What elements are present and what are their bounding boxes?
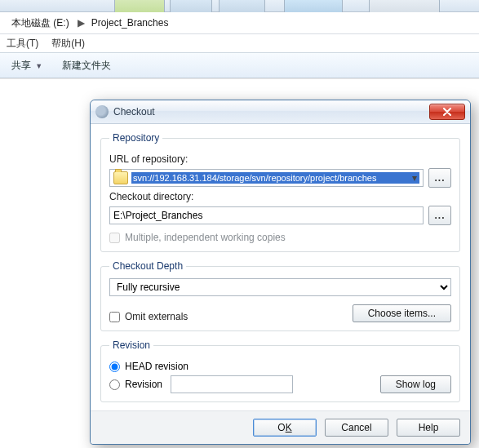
toolbar-new-folder[interactable]: 新建文件夹: [62, 59, 111, 73]
repository-group: Repository URL of repository: svn://192.…: [100, 132, 460, 252]
multiple-copies-checkbox[interactable]: Multiple, independent working copies: [109, 232, 451, 243]
dialog-title: Checkout: [113, 106, 429, 118]
multiple-copies-label: Multiple, independent working copies: [125, 232, 286, 243]
bg-tab: [369, 0, 440, 12]
multiple-copies-input[interactable]: [109, 233, 120, 243]
specific-revision-radio[interactable]: Revision: [109, 379, 162, 390]
omit-externals-checkbox[interactable]: Omit externals: [109, 311, 188, 322]
bg-tab: [114, 0, 165, 12]
explorer-window: 本地磁盘 (E:) ▶ Project_Branches 工具(T) 帮助(H)…: [0, 0, 479, 422]
revision-group: Revision HEAD revision Revision Show log: [100, 339, 460, 402]
specific-revision-input[interactable]: [109, 379, 120, 390]
revision-legend: Revision: [109, 339, 153, 351]
ok-button[interactable]: OK: [253, 419, 317, 437]
toolbar: 共享 ▼ 新建文件夹: [0, 52, 479, 78]
depth-select[interactable]: Fully recursive: [109, 278, 451, 296]
browse-dir-button[interactable]: ...: [428, 206, 451, 225]
head-revision-label: HEAD revision: [125, 361, 188, 372]
menu-help[interactable]: 帮助(H): [51, 37, 85, 51]
bg-tab: [284, 0, 343, 12]
head-revision-input[interactable]: [109, 362, 120, 372]
head-revision-radio[interactable]: HEAD revision: [109, 361, 451, 372]
chevron-down-icon[interactable]: ▾: [408, 171, 421, 184]
checkout-icon: [95, 105, 109, 118]
toolbar-share[interactable]: 共享 ▼: [11, 59, 42, 73]
bg-tab: [219, 0, 265, 12]
choose-items-button[interactable]: Choose items...: [353, 304, 451, 322]
repository-url-value: svn://192.168.31.184/storage/svn/reposit…: [131, 172, 419, 184]
repository-url-combo[interactable]: svn://192.168.31.184/storage/svn/reposit…: [109, 169, 424, 187]
cancel-button[interactable]: Cancel: [325, 419, 388, 437]
toolbar-share-label: 共享: [11, 60, 31, 71]
breadcrumb-seg-folder[interactable]: Project_Branches: [86, 16, 175, 30]
chevron-right-icon[interactable]: ▶: [78, 17, 85, 29]
omit-externals-input[interactable]: [109, 312, 120, 322]
url-label: URL of repository:: [109, 153, 451, 165]
chevron-down-icon: ▼: [35, 62, 42, 70]
omit-externals-label: Omit externals: [125, 311, 188, 322]
repository-legend: Repository: [109, 132, 162, 144]
dialog-footer: OK Cancel Help: [91, 410, 470, 444]
checkout-dir-label: Checkout directory:: [109, 191, 451, 202]
bg-tab: [170, 0, 212, 12]
close-button[interactable]: [429, 104, 465, 120]
dialog-titlebar[interactable]: Checkout: [91, 100, 470, 124]
menu-tools[interactable]: 工具(T): [7, 37, 38, 51]
checkout-depth-legend: Checkout Depth: [109, 260, 186, 272]
browse-repo-button[interactable]: ...: [428, 168, 451, 188]
close-icon: [442, 108, 452, 116]
help-button[interactable]: Help: [397, 419, 460, 437]
window-tabs-strip: [0, 0, 479, 12]
menu-bar: 工具(T) 帮助(H): [0, 34, 479, 52]
breadcrumb-seg-drive[interactable]: 本地磁盘 (E:): [7, 15, 76, 32]
checkout-dir-input[interactable]: [109, 206, 424, 224]
explorer-client-area: Checkout Repository URL of repository: s…: [0, 78, 479, 422]
dialog-body: Repository URL of repository: svn://192.…: [91, 124, 470, 402]
show-log-button[interactable]: Show log: [380, 375, 451, 393]
checkout-depth-group: Checkout Depth Fully recursive Omit exte…: [100, 260, 460, 331]
folder-icon: [113, 171, 128, 184]
checkout-dialog: Checkout Repository URL of repository: s…: [90, 100, 471, 445]
specific-revision-label: Revision: [125, 379, 162, 390]
breadcrumb[interactable]: 本地磁盘 (E:) ▶ Project_Branches: [0, 12, 479, 34]
revision-number-input[interactable]: [171, 375, 293, 393]
